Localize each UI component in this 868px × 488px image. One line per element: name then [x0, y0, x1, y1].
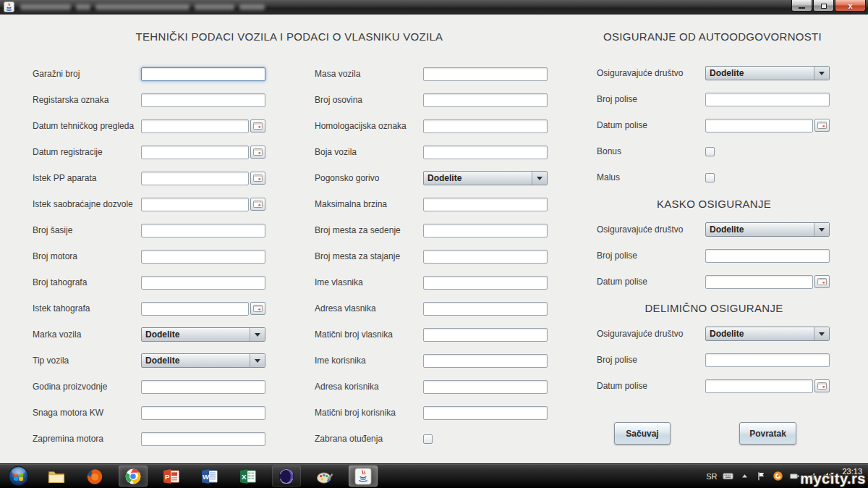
- taskbar: PWX SR 23:13: [0, 463, 868, 488]
- field-control: [705, 379, 830, 393]
- broj-sasije-input[interactable]: [141, 224, 265, 237]
- form-row: Ime korisnika: [315, 348, 549, 374]
- restore-button[interactable]: [813, 0, 834, 12]
- broj-polise-input[interactable]: [705, 93, 830, 106]
- powerpoint-taskbar-button[interactable]: P: [157, 466, 186, 487]
- ime-korisnika-input[interactable]: [423, 354, 548, 368]
- istek-tahografa-input[interactable]: [141, 302, 249, 316]
- back-button[interactable]: Povratak: [739, 422, 796, 445]
- form-row: Godina proizvodnje: [33, 374, 267, 400]
- maticni-broj-vlasnika-input[interactable]: [423, 328, 548, 342]
- broj-tahografa-input[interactable]: [141, 276, 265, 290]
- broj-polise-input[interactable]: [705, 353, 830, 367]
- bonus-checkbox[interactable]: [705, 147, 715, 156]
- eclipse-taskbar-button[interactable]: [272, 466, 301, 487]
- homologacijska-oznaka-input[interactable]: [423, 119, 548, 133]
- zabrana-otudenja-checkbox[interactable]: [423, 434, 433, 444]
- istek-pp-aparata-input[interactable]: [141, 172, 249, 185]
- broj-mesta-za-sedenje-input[interactable]: [423, 224, 548, 237]
- boja-vozila-input[interactable]: [423, 146, 548, 159]
- datum-polise-input[interactable]: [705, 275, 813, 289]
- chrome-taskbar-button[interactable]: [119, 466, 148, 487]
- security-orange-tray-icon[interactable]: [773, 471, 783, 481]
- masa-vozila-input[interactable]: [423, 67, 548, 81]
- window-titlebar[interactable]: x: [0, 0, 868, 14]
- field-control: [141, 250, 265, 264]
- tip-vozila-select[interactable]: Dodelite: [141, 353, 265, 368]
- broj-mesta-za-stajanje-input[interactable]: [423, 250, 548, 264]
- word-taskbar-button[interactable]: W: [195, 466, 224, 487]
- calendar-picker-button[interactable]: [250, 119, 265, 132]
- masa-vozila-label: Masa vozila: [315, 69, 423, 79]
- maticni-broj-vlasnika-label: Matični broj vlasnika: [315, 329, 423, 340]
- calendar-picker-button[interactable]: [250, 172, 265, 185]
- keyboard-tray-icon[interactable]: [723, 471, 733, 481]
- ime-vlasnika-input[interactable]: [423, 276, 548, 290]
- broj-polise-label: Broj polise: [597, 355, 705, 365]
- explorer-taskbar-button[interactable]: [42, 466, 71, 487]
- form-row: Broj mesta za stajanje: [315, 243, 549, 269]
- zapremina-motora-label: Zapremina motora: [33, 434, 141, 444]
- start-button[interactable]: [4, 466, 33, 487]
- calendar-picker-button[interactable]: [814, 379, 830, 392]
- calendar-picker-button[interactable]: [250, 302, 265, 315]
- show-hidden-tray-icon[interactable]: [739, 471, 750, 481]
- excel-taskbar-button[interactable]: X: [234, 466, 263, 487]
- maticni-broj-korisnika-input[interactable]: [423, 406, 548, 420]
- field-control: [705, 147, 715, 156]
- calendar-picker-button[interactable]: [814, 119, 830, 132]
- close-button[interactable]: x: [835, 0, 866, 12]
- snaga-motora-kw-input[interactable]: [141, 406, 265, 420]
- adresa-vlasnika-input[interactable]: [423, 302, 548, 316]
- garazni-broj-input[interactable]: [141, 67, 265, 81]
- datum-tehnickog-pregleda-input[interactable]: [141, 119, 249, 133]
- delimicno-osiguranje-heading: DELIMIČNO OSIGURANJE: [644, 302, 783, 314]
- zapremina-motora-input[interactable]: [141, 432, 265, 446]
- calendar-icon: [817, 382, 827, 390]
- java-app-taskbar-button[interactable]: [349, 466, 378, 487]
- broj-polise-input[interactable]: [705, 249, 830, 263]
- form-row: Ime vlasnika: [315, 269, 549, 295]
- form-row: Adresa vlasnika: [315, 295, 549, 321]
- datum-registracije-input[interactable]: [141, 146, 249, 159]
- paint-taskbar-button[interactable]: [310, 466, 339, 487]
- form-row: Tip vozilaDodelite: [33, 348, 267, 374]
- form-row: Malus: [597, 164, 831, 190]
- flag-tray-icon[interactable]: [756, 471, 767, 481]
- form-row: Osiguravajuće društvoDodelite: [597, 60, 831, 86]
- calendar-picker-button[interactable]: [814, 275, 830, 288]
- osiguravajuce-drustvo-select[interactable]: Dodelite: [705, 66, 830, 80]
- pogonsko-gorivo-select[interactable]: Dodelite: [423, 171, 548, 185]
- language-indicator[interactable]: SR: [706, 472, 717, 481]
- calendar-picker-button[interactable]: [250, 198, 265, 211]
- broj-osovina-input[interactable]: [423, 93, 548, 107]
- form-row: Snaga motora KW: [33, 400, 267, 426]
- broj-motora-input[interactable]: [141, 250, 265, 264]
- form-row: Masa vozila: [315, 61, 549, 87]
- battery-tray-icon[interactable]: [789, 471, 800, 481]
- folder-icon: [47, 467, 66, 486]
- istek-saobracajne-dozvole-label: Istek saobraćajne dozvole: [33, 199, 141, 209]
- field-control: [423, 250, 548, 264]
- minimize-button[interactable]: [791, 0, 812, 12]
- broj-tahografa-label: Broj tahografa: [33, 277, 141, 287]
- broj-polise-label: Broj polise: [597, 251, 705, 261]
- malus-checkbox[interactable]: [705, 173, 715, 182]
- marka-vozila-select[interactable]: Dodelite: [141, 327, 265, 342]
- form-row: Pogonsko gorivoDodelite: [315, 165, 549, 191]
- istek-tahografa-label: Istek tahografa: [33, 303, 141, 314]
- datum-polise-input[interactable]: [705, 119, 813, 132]
- adresa-korisnika-input[interactable]: [423, 380, 548, 394]
- maksimalna-brzina-input[interactable]: [423, 198, 548, 211]
- istek-saobracajne-dozvole-input[interactable]: [141, 198, 249, 211]
- godina-proizvodnje-input[interactable]: [141, 380, 265, 394]
- calendar-picker-button[interactable]: [250, 146, 265, 159]
- datum-polise-input[interactable]: [705, 379, 813, 393]
- calendar-icon: [817, 122, 827, 129]
- osiguravajuce-drustvo-select[interactable]: Dodelite: [705, 222, 830, 237]
- registarska-oznaka-input[interactable]: [141, 93, 265, 107]
- firefox-taskbar-button[interactable]: [80, 466, 109, 487]
- save-button[interactable]: Sačuvaj: [614, 422, 671, 445]
- form-row: Broj mesta za sedenje: [315, 217, 549, 243]
- osiguravajuce-drustvo-select[interactable]: Dodelite: [705, 327, 830, 341]
